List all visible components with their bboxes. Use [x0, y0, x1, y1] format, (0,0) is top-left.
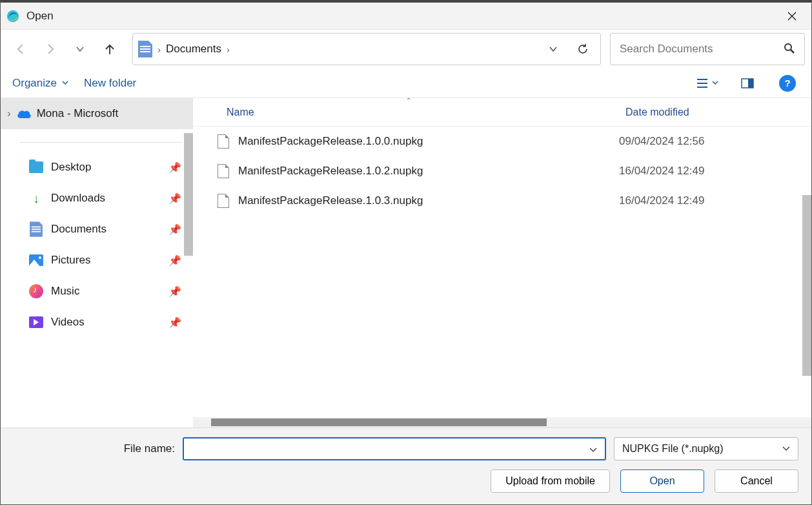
navigation-pane: › Mona - Microsoft Desktop 📌 ↓ Downloads… — [1, 98, 193, 428]
preview-pane-button[interactable] — [735, 72, 760, 94]
filter-label: NUPKG File (*.nupkg) — [622, 443, 724, 455]
refresh-button[interactable] — [571, 37, 595, 61]
column-header-date[interactable]: Date modified — [619, 107, 689, 118]
chevron-down-icon — [782, 446, 790, 451]
titlebar: Open — [1, 3, 811, 30]
organize-menu[interactable]: Organize — [12, 77, 68, 90]
chevron-down-icon[interactable] — [589, 444, 600, 455]
column-header-name[interactable]: Name — [193, 107, 619, 118]
file-type-filter[interactable]: NUPKG File (*.nupkg) — [614, 437, 798, 460]
file-name-label: File name: — [14, 442, 175, 455]
sidebar-item-pictures[interactable]: Pictures 📌 — [1, 245, 193, 276]
file-icon — [218, 134, 229, 149]
downloads-icon: ↓ — [29, 191, 43, 205]
file-name: ManifestPackageRelease.1.0.0.nupkg — [238, 135, 423, 148]
file-list: ManifestPackageRelease.1.0.0.nupkg 09/04… — [193, 127, 811, 417]
search-icon — [784, 43, 795, 56]
vertical-scrollbar[interactable] — [802, 195, 811, 376]
sidebar-item-label: Videos — [51, 316, 161, 329]
new-folder-button[interactable]: New folder — [84, 77, 136, 90]
sidebar-item-music[interactable]: Music 📌 — [1, 276, 193, 307]
chevron-right-icon[interactable]: › — [227, 44, 230, 55]
pin-icon: 📌 — [168, 223, 181, 236]
cancel-button[interactable]: Cancel — [715, 469, 798, 493]
sidebar-item-label: Music — [51, 285, 161, 298]
forward-button[interactable] — [37, 36, 64, 63]
file-list-panel: ⌃ Name Date modified ManifestPackageRele… — [193, 98, 811, 428]
onedrive-icon — [16, 108, 32, 119]
window-title: Open — [26, 10, 778, 23]
upload-from-mobile-button[interactable]: Upload from mobile — [491, 469, 610, 493]
recent-dropdown[interactable] — [66, 36, 94, 63]
file-date: 09/04/2024 12:56 — [619, 135, 704, 148]
help-icon: ? — [779, 75, 796, 92]
help-button[interactable]: ? — [775, 72, 800, 94]
chevron-right-icon: › — [7, 107, 11, 120]
divider — [20, 142, 183, 143]
sidebar-item-videos[interactable]: Videos 📌 — [1, 307, 193, 338]
file-name: ManifestPackageRelease.1.0.2.nupkg — [238, 165, 423, 178]
edge-icon — [6, 9, 20, 23]
file-row[interactable]: ManifestPackageRelease.1.0.0.nupkg 09/04… — [193, 127, 811, 156]
search-box[interactable] — [610, 33, 805, 65]
sort-indicator-icon: ⌃ — [406, 97, 411, 104]
svg-point-1 — [785, 44, 791, 50]
open-button[interactable]: Open — [620, 469, 704, 493]
music-icon — [29, 284, 43, 298]
file-name-input[interactable] — [189, 443, 589, 455]
sidebar-item-downloads[interactable]: ↓ Downloads 📌 — [1, 183, 193, 214]
sidebar-item-desktop[interactable]: Desktop 📌 — [1, 152, 193, 183]
documents-path-icon — [138, 41, 152, 57]
sidebar-scrollbar[interactable] — [184, 133, 193, 256]
address-bar[interactable]: › Documents › — [132, 33, 601, 65]
file-icon — [218, 194, 229, 208]
onedrive-label: Mona - Microsoft — [37, 107, 119, 120]
desktop-icon — [29, 160, 43, 174]
pin-icon: 📌 — [168, 285, 181, 298]
documents-icon — [29, 222, 43, 236]
file-icon — [218, 164, 229, 178]
sidebar-onedrive[interactable]: › Mona - Microsoft — [1, 98, 193, 129]
pin-icon: 📌 — [168, 316, 181, 329]
view-options-button[interactable] — [695, 72, 720, 94]
nav-bar: › Documents › — [1, 30, 811, 68]
pictures-icon — [29, 253, 43, 267]
sidebar-item-label: Downloads — [51, 192, 161, 205]
search-input[interactable] — [620, 43, 762, 56]
chevron-right-icon: › — [157, 44, 161, 55]
breadcrumb-current[interactable]: Documents — [166, 43, 221, 56]
pin-icon: 📌 — [168, 161, 181, 174]
horizontal-scrollbar[interactable] — [193, 417, 811, 428]
videos-icon — [29, 315, 43, 329]
main-area: › Mona - Microsoft Desktop 📌 ↓ Downloads… — [1, 98, 811, 428]
back-button[interactable] — [7, 36, 34, 63]
close-button[interactable] — [778, 5, 806, 28]
file-name-combo[interactable] — [183, 437, 606, 460]
sidebar-item-documents[interactable]: Documents 📌 — [1, 214, 193, 245]
sidebar-item-label: Documents — [51, 223, 161, 236]
addressbar-dropdown[interactable] — [541, 37, 565, 61]
organize-label: Organize — [12, 77, 57, 90]
command-bar: Organize New folder ? — [1, 68, 811, 98]
svg-rect-3 — [748, 79, 753, 88]
footer-panel: File name: NUPKG File (*.nupkg) Upload f… — [1, 428, 811, 504]
file-date: 16/04/2024 12:49 — [619, 165, 704, 178]
column-headers: ⌃ Name Date modified — [193, 98, 811, 127]
file-date: 16/04/2024 12:49 — [619, 194, 704, 207]
sidebar-item-label: Desktop — [51, 161, 161, 174]
file-row[interactable]: ManifestPackageRelease.1.0.2.nupkg 16/04… — [193, 156, 811, 186]
sidebar-item-label: Pictures — [51, 254, 161, 267]
file-row[interactable]: ManifestPackageRelease.1.0.3.nupkg 16/04… — [193, 186, 811, 216]
pin-icon: 📌 — [168, 254, 181, 267]
up-button[interactable] — [96, 36, 123, 63]
scrollbar-thumb[interactable] — [211, 418, 547, 426]
pin-icon: 📌 — [168, 192, 181, 205]
file-name: ManifestPackageRelease.1.0.3.nupkg — [238, 194, 423, 207]
